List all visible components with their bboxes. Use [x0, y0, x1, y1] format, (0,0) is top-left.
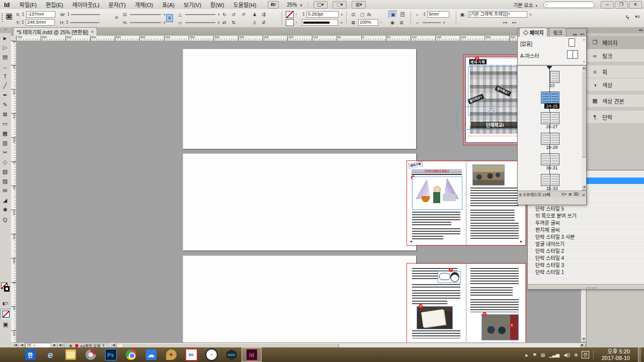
show-desktop-button[interactable] [638, 347, 641, 362]
taskbar-app-button[interactable]: 한 [20, 347, 40, 362]
page-thumbnail[interactable] [541, 112, 550, 124]
master-a[interactable]: A-마스터 [520, 52, 539, 59]
master-none[interactable]: [없음] [520, 40, 532, 47]
normal-view-mode-button[interactable]: ▣ [1, 320, 11, 329]
pasteboard-canvas[interactable]: 테마기획 ? 탈지학교? 양지학교? NO 단재학교! [16, 41, 581, 342]
wrap-object-button[interactable]: ◉ [388, 19, 396, 26]
tray-icon[interactable]: ⊗ [574, 352, 578, 357]
screen-mode-dropdown[interactable]: ⬚▾ [333, 1, 347, 9]
clear-overrides-icon[interactable]: ⊶ [501, 19, 509, 26]
taskbar-app-button[interactable]: ✂ [181, 347, 201, 362]
style-row[interactable]: 편지체 글씨 [528, 227, 644, 234]
dock-panel-button[interactable]: ∞ 링크 [587, 49, 644, 62]
preflight-menu-icon[interactable]: ▾ [103, 343, 105, 347]
page-spread-item[interactable]: 30-31 [518, 152, 586, 173]
dock-collapse-icon[interactable]: ◂◂ [587, 27, 644, 33]
distribute-v-icon[interactable]: ⇵ [260, 19, 268, 26]
tool-button[interactable]: ▧ [0, 167, 10, 176]
menu-item[interactable]: 보기(V) [179, 0, 206, 10]
taskbar-app-button[interactable]: e [40, 347, 60, 362]
scale-y-field[interactable] [130, 22, 161, 23]
drop-shadow-button[interactable]: ⊡ [349, 11, 357, 18]
taskbar-clock[interactable]: 오후 5:20 2017-08-10 [598, 348, 634, 361]
fill-color-swatch[interactable] [286, 19, 294, 26]
taskbar-app-button[interactable] [0, 347, 20, 362]
tool-button[interactable]: ▦ [0, 129, 10, 138]
taskbar-app-button[interactable]: Id [242, 347, 262, 362]
taskbar-app-button[interactable] [121, 347, 141, 362]
dock-panel-button[interactable]: ¶ 단락 [587, 108, 644, 124]
page-label[interactable]: 23 [518, 83, 586, 88]
stroke-color-swatch[interactable] [286, 11, 294, 18]
tool-button[interactable]: ◇ [0, 157, 10, 167]
flip-vertical-button[interactable]: ⇅ [229, 19, 237, 26]
panel-resize-grip[interactable]: ◢ [582, 192, 585, 197]
style-row[interactable]: 단락 스타일 5 [528, 206, 644, 213]
style-row[interactable]: 두꺼운 글씨 [528, 220, 644, 227]
view-options-dropdown[interactable]: ▢▾ [313, 1, 328, 9]
width-field[interactable] [71, 14, 100, 15]
page-spread-item[interactable]: 26-27 [518, 111, 586, 132]
tool-button[interactable]: ▷ [0, 43, 10, 52]
page-spread-item[interactable]: 28-29 [518, 132, 586, 152]
document-tab-close-icon[interactable]: × [91, 29, 94, 35]
page-27[interactable]: ? ? [466, 264, 525, 342]
menu-item[interactable]: 창(W) [206, 0, 229, 10]
page-25[interactable] [466, 161, 525, 244]
fill-stroke-proxy[interactable] [1, 283, 10, 296]
window-close-button[interactable]: ✕ [629, 1, 642, 9]
page-label[interactable]: 24-25 [518, 104, 586, 109]
style-row[interactable]: 단락 스타일 2 [528, 248, 644, 255]
page-26[interactable]: ? ? [408, 264, 466, 342]
edit-page-size-button[interactable]: ⎘▾ [561, 192, 567, 197]
taskbar-app-button[interactable]: nox [221, 347, 242, 362]
stroke-style-dropdown[interactable] [302, 19, 338, 26]
style-row[interactable]: 단락 스타일 4 [528, 255, 644, 262]
stroke-weight-dropdown[interactable]: 0.283pt [306, 11, 339, 18]
break-link-style-icon[interactable]: ⊷ [510, 19, 518, 26]
rotation-angle-field[interactable] [185, 14, 215, 15]
spread-26-27[interactable]: ? ? [407, 263, 526, 342]
apply-color-button[interactable] [1, 309, 12, 319]
scale-link-icon[interactable]: 8 [166, 14, 173, 22]
page-label[interactable]: 26-27 [518, 124, 586, 129]
opacity-icon[interactable]: ⊠ [349, 19, 357, 26]
wrap-none-button[interactable]: ▣ [388, 11, 397, 18]
masters-scroll-up[interactable]: ∧ [583, 38, 585, 42]
page-24[interactable]: 테마기획 지구의 단체학교 탐방기 ? [408, 161, 466, 244]
flip-horizontal-button[interactable]: ⇄ [220, 19, 228, 26]
tool-button[interactable]: ▤ [0, 52, 10, 62]
x-position-field[interactable]: -137mm [26, 11, 55, 18]
style-row[interactable]: 단락 스타일 1 [528, 269, 644, 276]
dock-panel-button[interactable]: ❐ 페이지 [587, 33, 644, 49]
taskbar-app-button[interactable]: ◔ [201, 347, 221, 362]
zoom-level-dropdown[interactable]: 25% ▼ [287, 2, 303, 8]
wrap-bounding-button[interactable]: 回 [398, 11, 407, 18]
tab-pages[interactable]: ◇ 페이지 [519, 28, 547, 37]
panel-grip[interactable] [2, 13, 3, 23]
master-none-thumb[interactable] [569, 38, 575, 47]
page-thumbnail[interactable] [541, 174, 550, 186]
opacity-field[interactable]: 100% [358, 19, 378, 26]
taskbar-app-button[interactable] [60, 347, 80, 362]
panel-collapse-icon[interactable]: ▸▸ [572, 32, 579, 37]
tool-button[interactable]: T [0, 71, 10, 81]
illustration-frame[interactable] [412, 176, 462, 210]
spread-24-25[interactable]: 테마기획 지구의 단체학교 탐방기 ? [407, 160, 526, 246]
tool-button[interactable]: ▭ [0, 119, 10, 129]
scale-x-field[interactable] [130, 14, 161, 15]
menu-item[interactable]: 편집(E) [41, 0, 68, 10]
style-row[interactable]: 단락 스타일 3 [528, 262, 644, 269]
formatting-affects-container-icon[interactable]: ◧T [1, 299, 11, 308]
align-icon[interactable]: ♟ [251, 11, 259, 18]
page-thumbnail[interactable] [550, 174, 559, 186]
tray-icon[interactable]: 한 [582, 351, 589, 358]
search-input[interactable]: ⌕ [543, 2, 595, 8]
document-tab[interactable]: *5 테마기획.indd @ 25% [변환됨] × [13, 27, 97, 36]
reference-point-proxy[interactable] [6, 14, 13, 21]
page-spread-item[interactable]: 23 [518, 70, 586, 90]
menu-item[interactable]: 표(A) [157, 0, 179, 10]
page-thumbnail[interactable] [541, 133, 550, 145]
tray-icon[interactable]: ▤ [541, 352, 545, 357]
page-thumbnail[interactable] [550, 153, 559, 165]
